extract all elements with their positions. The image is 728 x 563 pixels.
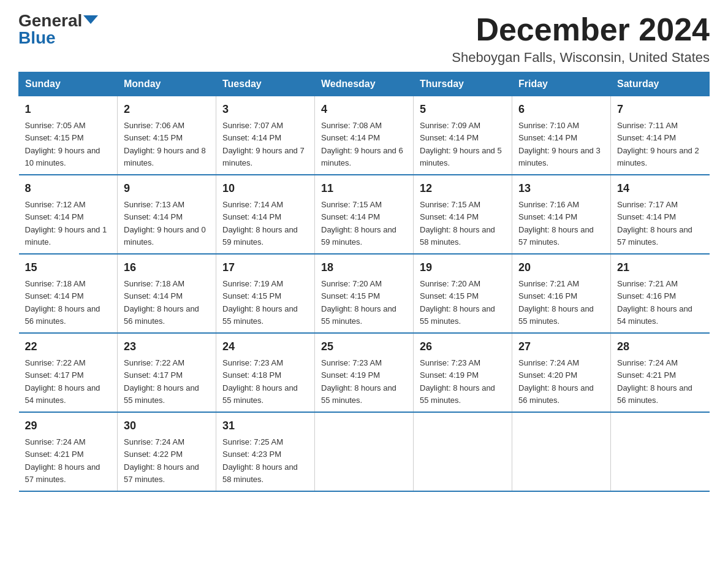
day-info: Sunrise: 7:07 AMSunset: 4:14 PMDaylight:… xyxy=(222,121,305,167)
day-number: 2 xyxy=(124,101,210,118)
day-number: 30 xyxy=(124,418,210,434)
day-info: Sunrise: 7:21 AMSunset: 4:16 PMDaylight:… xyxy=(518,279,594,326)
table-row: 6 Sunrise: 7:10 AMSunset: 4:14 PMDayligh… xyxy=(512,96,611,175)
day-info: Sunrise: 7:09 AMSunset: 4:14 PMDaylight:… xyxy=(420,121,502,167)
day-number: 9 xyxy=(124,180,210,197)
day-info: Sunrise: 7:21 AMSunset: 4:16 PMDaylight:… xyxy=(617,279,692,326)
day-number: 31 xyxy=(222,418,308,434)
table-row: 4 Sunrise: 7:08 AMSunset: 4:14 PMDayligh… xyxy=(315,96,414,175)
logo-general: General xyxy=(18,11,82,30)
table-row: 26 Sunrise: 7:23 AMSunset: 4:19 PMDaylig… xyxy=(414,333,512,412)
day-info: Sunrise: 7:24 AMSunset: 4:20 PMDaylight:… xyxy=(518,358,594,405)
table-row: 17 Sunrise: 7:19 AMSunset: 4:15 PMDaylig… xyxy=(216,254,315,333)
table-row: 12 Sunrise: 7:15 AMSunset: 4:14 PMDaylig… xyxy=(414,175,512,254)
day-info: Sunrise: 7:23 AMSunset: 4:19 PMDaylight:… xyxy=(321,358,396,405)
location: Sheboygan Falls, Wisconsin, United State… xyxy=(452,50,710,66)
day-info: Sunrise: 7:20 AMSunset: 4:15 PMDaylight:… xyxy=(420,279,495,326)
day-info: Sunrise: 7:24 AMSunset: 4:21 PMDaylight:… xyxy=(617,358,692,405)
table-row: 1 Sunrise: 7:05 AMSunset: 4:15 PMDayligh… xyxy=(19,96,118,175)
header-sunday: Sunday xyxy=(19,72,118,96)
day-info: Sunrise: 7:11 AMSunset: 4:14 PMDaylight:… xyxy=(617,121,699,167)
table-row: 30 Sunrise: 7:24 AMSunset: 4:22 PMDaylig… xyxy=(118,412,216,491)
logo-text: General Blue xyxy=(18,12,98,47)
table-row: 7 Sunrise: 7:11 AMSunset: 4:14 PMDayligh… xyxy=(611,96,710,175)
header-monday: Monday xyxy=(118,72,216,96)
day-number: 22 xyxy=(25,339,112,355)
month-title: December 2024 xyxy=(452,12,710,47)
day-info: Sunrise: 7:22 AMSunset: 4:17 PMDaylight:… xyxy=(124,358,199,405)
calendar-week-row: 22 Sunrise: 7:22 AMSunset: 4:17 PMDaylig… xyxy=(19,333,710,412)
day-number: 19 xyxy=(420,259,506,276)
table-row: 25 Sunrise: 7:23 AMSunset: 4:19 PMDaylig… xyxy=(315,333,414,412)
table-row: 10 Sunrise: 7:14 AMSunset: 4:14 PMDaylig… xyxy=(216,175,315,254)
calendar-week-row: 1 Sunrise: 7:05 AMSunset: 4:15 PMDayligh… xyxy=(19,96,710,175)
day-number: 11 xyxy=(321,180,407,197)
day-number: 24 xyxy=(222,339,308,355)
logo-triangle-icon xyxy=(83,15,98,24)
day-info: Sunrise: 7:13 AMSunset: 4:14 PMDaylight:… xyxy=(124,200,206,247)
table-row: 23 Sunrise: 7:22 AMSunset: 4:17 PMDaylig… xyxy=(118,333,216,412)
table-row: 3 Sunrise: 7:07 AMSunset: 4:14 PMDayligh… xyxy=(216,96,315,175)
day-number: 26 xyxy=(420,339,506,355)
day-number: 1 xyxy=(25,101,112,118)
day-number: 7 xyxy=(617,101,703,118)
table-row: 11 Sunrise: 7:15 AMSunset: 4:14 PMDaylig… xyxy=(315,175,414,254)
day-number: 17 xyxy=(222,259,308,276)
logo-blue: Blue xyxy=(18,28,56,47)
day-number: 15 xyxy=(25,259,112,276)
day-info: Sunrise: 7:10 AMSunset: 4:14 PMDaylight:… xyxy=(518,121,601,167)
day-info: Sunrise: 7:17 AMSunset: 4:14 PMDaylight:… xyxy=(617,200,692,247)
day-number: 20 xyxy=(518,259,604,276)
day-info: Sunrise: 7:18 AMSunset: 4:14 PMDaylight:… xyxy=(124,279,199,326)
header-thursday: Thursday xyxy=(414,72,512,96)
day-info: Sunrise: 7:05 AMSunset: 4:15 PMDaylight:… xyxy=(25,121,100,167)
table-row: 29 Sunrise: 7:24 AMSunset: 4:21 PMDaylig… xyxy=(19,412,118,491)
table-row: 27 Sunrise: 7:24 AMSunset: 4:20 PMDaylig… xyxy=(512,333,611,412)
day-info: Sunrise: 7:20 AMSunset: 4:15 PMDaylight:… xyxy=(321,279,396,326)
day-info: Sunrise: 7:23 AMSunset: 4:18 PMDaylight:… xyxy=(222,358,298,405)
table-row: 31 Sunrise: 7:25 AMSunset: 4:23 PMDaylig… xyxy=(216,412,315,491)
day-number: 13 xyxy=(518,180,604,197)
day-number: 5 xyxy=(420,101,506,118)
table-row: 28 Sunrise: 7:24 AMSunset: 4:21 PMDaylig… xyxy=(611,333,710,412)
header-saturday: Saturday xyxy=(611,72,710,96)
table-row xyxy=(315,412,414,491)
calendar-header-row: Sunday Monday Tuesday Wednesday Thursday… xyxy=(19,72,710,96)
day-number: 12 xyxy=(420,180,506,197)
table-row: 8 Sunrise: 7:12 AMSunset: 4:14 PMDayligh… xyxy=(19,175,118,254)
table-row: 21 Sunrise: 7:21 AMSunset: 4:16 PMDaylig… xyxy=(611,254,710,333)
day-info: Sunrise: 7:24 AMSunset: 4:22 PMDaylight:… xyxy=(124,437,199,484)
table-row: 20 Sunrise: 7:21 AMSunset: 4:16 PMDaylig… xyxy=(512,254,611,333)
table-row xyxy=(611,412,710,491)
header-friday: Friday xyxy=(512,72,611,96)
day-info: Sunrise: 7:25 AMSunset: 4:23 PMDaylight:… xyxy=(222,437,298,484)
table-row: 15 Sunrise: 7:18 AMSunset: 4:14 PMDaylig… xyxy=(19,254,118,333)
day-number: 14 xyxy=(617,180,703,197)
day-info: Sunrise: 7:16 AMSunset: 4:14 PMDaylight:… xyxy=(518,200,594,247)
day-info: Sunrise: 7:12 AMSunset: 4:14 PMDaylight:… xyxy=(25,200,107,247)
day-number: 28 xyxy=(617,339,703,355)
header-wednesday: Wednesday xyxy=(315,72,414,96)
calendar-week-row: 8 Sunrise: 7:12 AMSunset: 4:14 PMDayligh… xyxy=(19,175,710,254)
day-number: 8 xyxy=(25,180,112,197)
table-row: 2 Sunrise: 7:06 AMSunset: 4:15 PMDayligh… xyxy=(118,96,216,175)
day-info: Sunrise: 7:22 AMSunset: 4:17 PMDaylight:… xyxy=(25,358,100,405)
day-number: 4 xyxy=(321,101,407,118)
day-number: 29 xyxy=(25,418,112,434)
day-info: Sunrise: 7:15 AMSunset: 4:14 PMDaylight:… xyxy=(420,200,495,247)
calendar-week-row: 15 Sunrise: 7:18 AMSunset: 4:14 PMDaylig… xyxy=(19,254,710,333)
day-info: Sunrise: 7:15 AMSunset: 4:14 PMDaylight:… xyxy=(321,200,396,247)
calendar-table: Sunday Monday Tuesday Wednesday Thursday… xyxy=(18,72,710,492)
table-row: 19 Sunrise: 7:20 AMSunset: 4:15 PMDaylig… xyxy=(414,254,512,333)
day-number: 25 xyxy=(321,339,407,355)
table-row xyxy=(414,412,512,491)
day-info: Sunrise: 7:19 AMSunset: 4:15 PMDaylight:… xyxy=(222,279,298,326)
day-number: 16 xyxy=(124,259,210,276)
table-row: 24 Sunrise: 7:23 AMSunset: 4:18 PMDaylig… xyxy=(216,333,315,412)
logo: General Blue xyxy=(18,12,98,47)
day-number: 6 xyxy=(518,101,604,118)
day-number: 10 xyxy=(222,180,308,197)
day-number: 21 xyxy=(617,259,703,276)
table-row: 18 Sunrise: 7:20 AMSunset: 4:15 PMDaylig… xyxy=(315,254,414,333)
table-row: 9 Sunrise: 7:13 AMSunset: 4:14 PMDayligh… xyxy=(118,175,216,254)
